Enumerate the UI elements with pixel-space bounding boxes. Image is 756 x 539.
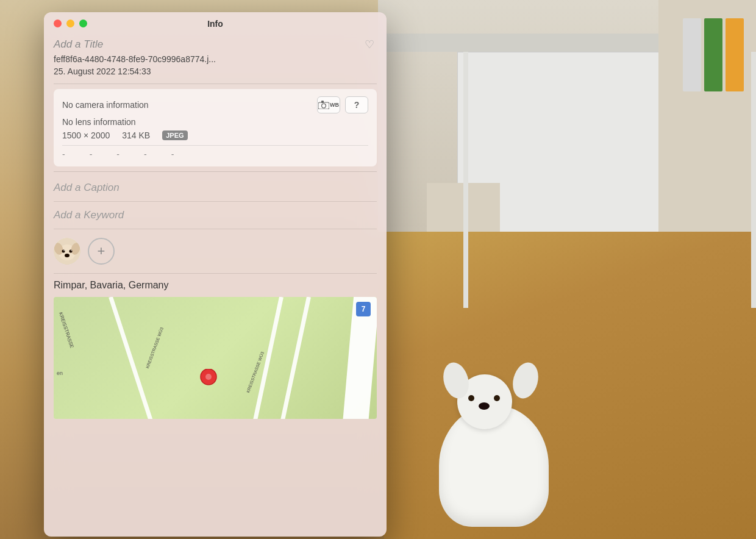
dash-2: - — [90, 149, 93, 159]
binder-2 — [704, 18, 722, 91]
camera-info-box: No camera information WB ? — [54, 89, 377, 166]
dash-1: - — [62, 149, 65, 159]
title-bar: Info — [44, 12, 387, 35]
title-heart-row: Add a Title ♡ — [54, 35, 377, 53]
filename-text: feff8f6a-4480-4748-8fe9-70c9996a8774.j..… — [54, 53, 377, 65]
svg-point-11 — [71, 250, 72, 251]
dog-avatar-svg — [54, 238, 80, 265]
caption-field-row: Add a Caption — [54, 174, 377, 202]
camera-icons: WB ? — [317, 96, 368, 113]
map-area[interactable]: 7 KREISSTRASSE KREISSTRASSE WÜ3 KREISSTR… — [54, 297, 377, 419]
size-row: 1500 × 2000 314 KB JPEG — [62, 130, 368, 140]
dash-5: - — [171, 149, 174, 159]
svg-point-1 — [322, 104, 326, 108]
divider-2 — [54, 171, 377, 172]
divider-1 — [54, 84, 377, 84]
people-row: + — [54, 229, 377, 274]
camera-info-text: No camera information — [62, 100, 149, 110]
format-badge: JPEG — [162, 130, 187, 140]
question-button[interactable]: ? — [345, 96, 368, 113]
maximize-button[interactable] — [79, 20, 87, 27]
map-background — [54, 297, 377, 419]
window-controls — [54, 20, 87, 27]
caption-field[interactable]: Add a Caption — [54, 182, 119, 193]
close-button[interactable] — [54, 20, 62, 27]
binder-3 — [683, 18, 701, 91]
wb-button[interactable]: WB — [317, 96, 340, 113]
svg-rect-2 — [321, 101, 324, 103]
datetime-text: 25. August 2022 12:54:33 — [54, 65, 377, 81]
minimize-button[interactable] — [66, 20, 74, 27]
info-panel: Info Add a Title ♡ feff8f6a-4480-4748-8f… — [44, 12, 387, 537]
svg-point-7 — [62, 250, 65, 253]
keyword-field-row: Add a Keyword — [54, 202, 377, 229]
dog-face-avatar — [54, 238, 80, 265]
location-text: Rimpar, Bavaria, Germany — [54, 280, 169, 290]
add-title-field[interactable]: Add a Title — [54, 38, 103, 51]
dog — [427, 356, 561, 527]
svg-point-9 — [65, 254, 70, 257]
panel-content: Add a Title ♡ feff8f6a-4480-4748-8fe9-70… — [44, 35, 387, 429]
filesize-text: 314 KB — [122, 130, 150, 140]
camera-info-top: No camera information WB ? — [62, 96, 368, 113]
lens-info-text: No lens information — [62, 116, 368, 128]
binder-1 — [726, 18, 744, 91]
dimensions-text: 1500 × 2000 — [62, 130, 110, 140]
highway-badge: 7 — [356, 302, 371, 316]
wb-label: WB — [330, 102, 339, 108]
dash-row: - - - - - — [62, 145, 368, 159]
desk-leg-right — [751, 52, 756, 308]
add-person-button[interactable]: + — [88, 238, 115, 265]
svg-point-8 — [70, 250, 73, 253]
location-row: Rimpar, Bavaria, Germany — [54, 274, 377, 294]
camera-icon — [318, 101, 329, 109]
dash-4: - — [144, 149, 147, 159]
heart-icon[interactable]: ♡ — [362, 37, 377, 52]
window-title: Info — [207, 19, 223, 29]
desk-leg-left — [463, 52, 468, 308]
keyword-field[interactable]: Add a Keyword — [54, 209, 124, 221]
svg-point-13 — [205, 374, 212, 380]
map-pin — [200, 369, 217, 393]
map-pin-svg — [200, 369, 217, 391]
question-label: ? — [354, 100, 360, 110]
add-person-icon: + — [98, 243, 105, 259]
svg-point-10 — [63, 250, 65, 251]
dash-3: - — [116, 149, 119, 159]
map-inner: 7 KREISSTRASSE KREISSTRASSE WÜ3 KREISSTR… — [54, 297, 377, 419]
person-avatar[interactable] — [54, 238, 80, 265]
map-label-en: en — [57, 370, 63, 376]
